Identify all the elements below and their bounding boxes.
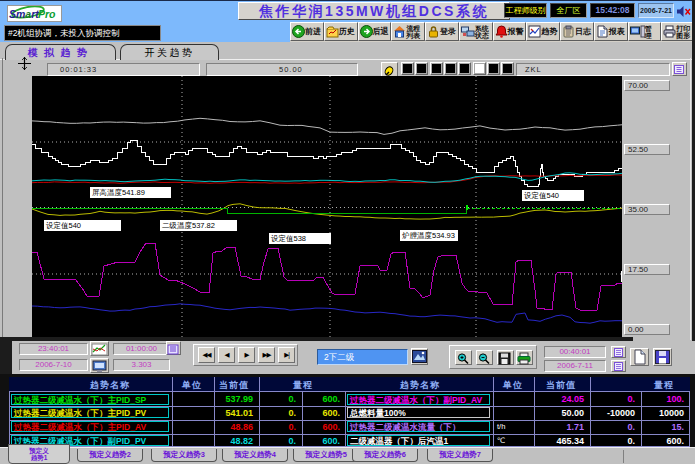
svg-text:Smart: Smart <box>9 8 39 20</box>
svg-text:Pro: Pro <box>38 8 56 20</box>
